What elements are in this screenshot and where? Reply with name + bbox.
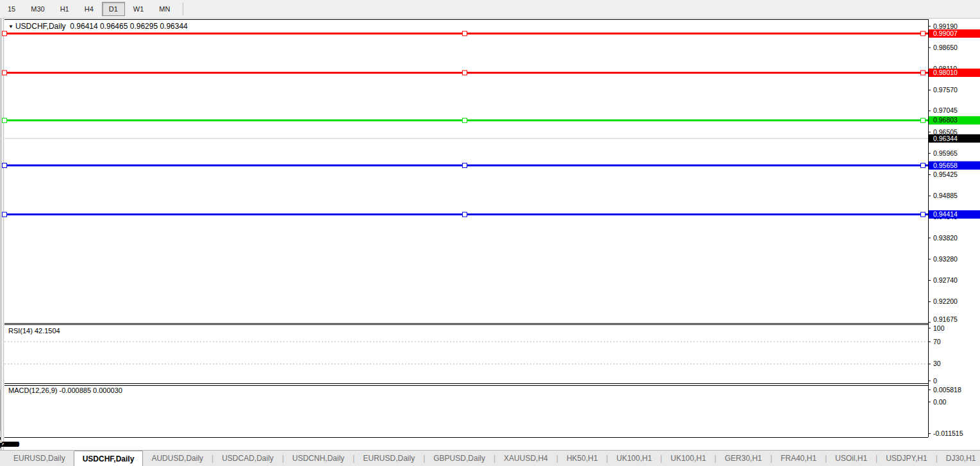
hline-handle[interactable] xyxy=(3,71,7,75)
mt4-window: { "toolbar": { "timeframes": [ {"label":… xyxy=(0,0,980,466)
price-badge-label: 0.95658 xyxy=(933,162,958,169)
macd-axis-label: 0.005818 xyxy=(933,386,961,394)
hline-handle[interactable] xyxy=(921,31,926,36)
chart-tab-xauusd-h4-7[interactable]: XAUUSD,H4 xyxy=(495,451,556,466)
timeframe-button-w1[interactable]: W1 xyxy=(126,2,151,16)
macd-axis-label: 0.00 xyxy=(933,398,947,406)
price-axis-label: 0.93820 xyxy=(933,234,958,242)
chart-tab-bar: EURUSD,DailyUSDCHF,DailyAUDUSD,Daily|USD… xyxy=(0,450,980,466)
rsi-axis-label: 0 xyxy=(933,377,937,385)
price-axis-label: 0.98650 xyxy=(933,44,958,51)
hline-handle[interactable] xyxy=(3,163,7,168)
price-axis-label: 0.95965 xyxy=(933,149,958,157)
price-badge-label: 0.96803 xyxy=(933,116,958,124)
price-badge-label: 0.94414 xyxy=(933,210,958,218)
timeframe-button-h4[interactable]: H4 xyxy=(78,2,101,16)
price-badge-label: 0.99007 xyxy=(933,29,958,37)
price-axis-label: 0.91675 xyxy=(933,315,958,323)
timeframe-toolbar: 15M30H1H4D1W1MN xyxy=(0,0,980,19)
price-axis-label: 0.99190 xyxy=(933,22,958,30)
price-axis-label: 0.94885 xyxy=(933,192,958,199)
chart-tab-fra40-h1-12[interactable]: FRA40,H1 xyxy=(772,451,825,466)
rsi-axis-label: 30 xyxy=(933,360,941,367)
hline-handle[interactable] xyxy=(463,163,467,168)
chart-canvas: 0.991900.986500.981100.975700.970450.965… xyxy=(0,0,980,466)
hline-handle[interactable] xyxy=(921,212,926,217)
price-axis-label: 0.97045 xyxy=(933,106,958,114)
timeframe-button-d1[interactable]: D1 xyxy=(102,2,125,16)
timeframe-button-m30[interactable]: M30 xyxy=(24,2,51,16)
chart-tab-ger30-h1-11[interactable]: GER30,H1 xyxy=(717,451,770,466)
hline-handle[interactable] xyxy=(3,118,7,122)
hline-handle[interactable] xyxy=(463,31,467,36)
macd-axis-label: -0.011515 xyxy=(933,429,963,437)
hline-handle[interactable] xyxy=(921,71,926,75)
chart-tab-audusd-daily-2[interactable]: AUDUSD,Daily xyxy=(143,451,212,466)
chart-tab-uk100-h1-10[interactable]: UK100,H1 xyxy=(662,451,714,466)
price-axis-label: 0.92740 xyxy=(933,276,958,284)
hline-handle[interactable] xyxy=(463,212,467,217)
chart-tab-usdjpy-h1-14[interactable]: USDJPY,H1 xyxy=(877,451,935,466)
chart-tab-uk100-h1-9[interactable]: UK100,H1 xyxy=(608,451,660,466)
chart-tab-eurusd-daily-0[interactable]: EURUSD,Daily xyxy=(5,451,74,466)
hline-handle[interactable] xyxy=(3,31,7,36)
rsi-axis-label: 70 xyxy=(933,338,941,345)
chart-tab-usdchf-daily-1[interactable]: USDCHF,Daily xyxy=(74,451,144,466)
price-badge-label: 0.96344 xyxy=(933,135,958,142)
chart-tab-gbpusd-daily-6[interactable]: GBPUSD,Daily xyxy=(425,451,494,466)
chart-tab-hk50-h1-8[interactable]: HK50,H1 xyxy=(558,451,606,466)
rsi-axis-label: 100 xyxy=(933,324,945,332)
chart-tab-dj30-h1-15[interactable]: DJ30,H1 xyxy=(938,451,980,466)
hline-handle[interactable] xyxy=(463,118,467,122)
chart-tab-usdcnh-daily-4[interactable]: USDCNH,Daily xyxy=(284,451,353,466)
price-axis-label: 0.92200 xyxy=(933,297,958,305)
chart-tab-eurusd-daily-5[interactable]: EURUSD,Daily xyxy=(354,451,423,466)
price-axis-label: 0.93280 xyxy=(933,255,958,263)
timeframe-button-h1[interactable]: H1 xyxy=(53,2,76,16)
price-axis-label: 0.97570 xyxy=(933,86,958,94)
price-axis-label: 0.95425 xyxy=(933,171,958,178)
chart-tab-usdcad-daily-3[interactable]: USDCAD,Daily xyxy=(213,451,282,466)
hline-handle[interactable] xyxy=(921,163,926,168)
timeframe-button-mn[interactable]: MN xyxy=(152,2,177,16)
toolbar-separator xyxy=(183,3,183,15)
price-badge-label: 0.98010 xyxy=(933,69,958,76)
chart-tab-usoil-h1-13[interactable]: USOil,H1 xyxy=(827,451,876,466)
timeframe-button-15[interactable]: 15 xyxy=(1,2,22,16)
hline-handle[interactable] xyxy=(3,212,7,217)
hline-handle[interactable] xyxy=(463,71,467,75)
date-axis-label: 27 May 2020 xyxy=(0,440,20,448)
hline-handle[interactable] xyxy=(921,118,926,122)
